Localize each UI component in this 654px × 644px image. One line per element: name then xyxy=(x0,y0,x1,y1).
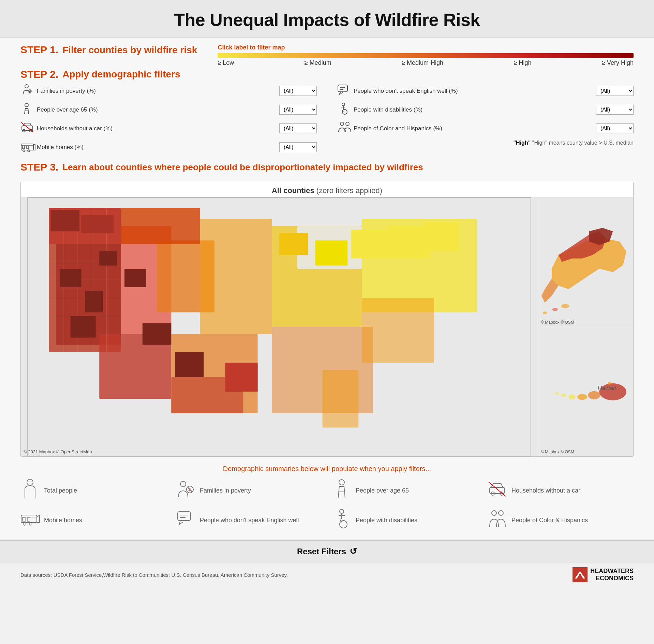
reset-bar: Reset Filters ↺ xyxy=(0,540,654,562)
svg-rect-93 xyxy=(490,487,505,494)
step1-row: STEP 1. Filter counties by wildfire risk… xyxy=(20,44,634,67)
map-hawaii[interactable]: Hawaii © Mapbox © OSM xyxy=(538,327,633,457)
step1-title: Filter counties by wildfire risk xyxy=(62,45,197,56)
demo-disability: People with disabilities xyxy=(332,509,478,532)
demo-car: Households without a car xyxy=(488,479,634,502)
map-inner: © 2021 Mapbox © OpenStreetMap xyxy=(21,197,633,456)
step2-title: Apply demographic filters xyxy=(62,69,180,80)
reset-label: Reset Filters xyxy=(297,547,346,556)
map-subtitle: (zero filters applied) xyxy=(316,186,382,195)
filter-poverty-select[interactable]: (All) High xyxy=(279,86,317,96)
filter-poc-label: People of Color and Hispanics (%) xyxy=(354,125,596,132)
svg-point-91 xyxy=(339,480,344,485)
svg-rect-18 xyxy=(338,85,347,92)
step1-right: Click label to filter map ≥ Low ≥ Medium… xyxy=(218,44,634,67)
svg-rect-12 xyxy=(27,146,29,149)
elder-icon xyxy=(20,102,37,117)
svg-rect-57 xyxy=(124,269,146,287)
map-credit-hawaii: © Mapbox © OSM xyxy=(541,450,574,454)
risk-scale: ≥ Low ≥ Medium ≥ Medium-High ≥ High ≥ Ve… xyxy=(218,53,634,67)
filter-car: Households without a car (%) (All) High xyxy=(20,121,317,136)
demo-car-icon xyxy=(488,481,507,501)
map-side: © Mapbox © OSM xyxy=(538,197,633,456)
svg-text:$: $ xyxy=(188,487,191,492)
footer-logo-line2: ECONOMICS xyxy=(590,575,634,582)
step3-title: Learn about counties where people could … xyxy=(62,162,423,173)
svg-point-82 xyxy=(561,393,566,397)
map-section: All counties (zero filters applied) xyxy=(0,182,654,462)
svg-point-86 xyxy=(27,479,33,485)
filter-disability-label: People with disabilities (%) xyxy=(354,106,596,113)
filter-poc-select[interactable]: (All) High xyxy=(596,123,634,133)
page-wrapper: The Unequal Impacts of Wildfire Risk STE… xyxy=(0,0,654,587)
demo-message: Demographic summaries below will populat… xyxy=(20,465,634,473)
demo-english: People who don't speak English well xyxy=(176,509,322,532)
demo-mobile-home: Mobile homes xyxy=(20,509,166,532)
step3-row: STEP 3. Learn about counties where peopl… xyxy=(20,161,634,173)
svg-rect-32 xyxy=(121,208,200,244)
demo-total-people: Total people xyxy=(20,479,166,502)
svg-point-75 xyxy=(543,311,547,314)
svg-point-79 xyxy=(588,391,600,399)
car-icon xyxy=(20,121,37,136)
filter-mobile-home: Mobile homes (%) (All) High xyxy=(20,140,317,155)
demo-disability-icon xyxy=(332,509,351,532)
demo-elder-icon xyxy=(332,479,351,502)
svg-point-24 xyxy=(346,122,349,126)
steps-area: STEP 1. Filter counties by wildfire risk… xyxy=(0,38,654,182)
filter-car-select[interactable]: (All) High xyxy=(279,123,317,133)
svg-rect-63 xyxy=(351,230,387,258)
speech-icon xyxy=(337,84,354,98)
mobile-home-icon xyxy=(20,140,37,155)
svg-rect-65 xyxy=(423,222,459,251)
svg-line-101 xyxy=(37,515,40,517)
filter-mobile-home-select[interactable]: (All) High xyxy=(279,142,317,152)
svg-rect-56 xyxy=(99,251,117,265)
demo-poc-label: People of Color & Hispanics xyxy=(511,517,588,524)
demo-total-people-label: Total people xyxy=(44,487,77,494)
filter-english-select[interactable]: (All) High xyxy=(596,86,634,96)
risk-level-medium-high[interactable]: ≥ Medium-High xyxy=(402,59,443,67)
filters-right: People who don't speak English well (%) … xyxy=(324,84,634,159)
demographics-summary: Demographic summaries below will populat… xyxy=(0,462,654,539)
filter-disability-select[interactable]: (All) High xyxy=(596,105,634,115)
svg-point-110 xyxy=(340,521,347,528)
reset-button[interactable]: Reset Filters ↺ xyxy=(297,546,357,557)
filter-english: People who don't speak English well (%) … xyxy=(337,84,634,98)
svg-rect-60 xyxy=(225,363,258,392)
filter-elder-select[interactable]: (All) High xyxy=(279,105,317,115)
svg-rect-100 xyxy=(27,518,30,521)
map-main[interactable]: © 2021 Mapbox © OpenStreetMap xyxy=(21,197,538,456)
footer-logo-line1: HEADWATERS xyxy=(590,568,634,575)
demo-poverty-label: Families in poverty xyxy=(200,487,251,494)
map-credit-main: © 2021 Mapbox © OpenStreetMap xyxy=(24,449,92,454)
reset-icon: ↺ xyxy=(350,546,357,557)
demo-english-label: People who don't speak English well xyxy=(200,517,299,524)
footer: Data sources: USDA Forest Service,Wildfi… xyxy=(0,562,654,587)
risk-level-very-high[interactable]: ≥ Very High xyxy=(602,59,634,67)
demo-grid: Total people $ Families in poverty xyxy=(20,479,634,532)
svg-rect-61 xyxy=(279,233,308,255)
svg-rect-67 xyxy=(81,215,114,233)
svg-point-112 xyxy=(499,511,503,515)
map-alaska[interactable]: © Mapbox © OSM xyxy=(538,197,633,327)
svg-rect-106 xyxy=(178,512,191,521)
demo-elder: People over age 65 xyxy=(332,479,478,502)
map-credit-alaska: © Mapbox © OSM xyxy=(541,320,574,325)
svg-point-73 xyxy=(561,304,569,308)
filter-elder: People over age 65 (%) (All) High xyxy=(20,102,317,117)
risk-bar xyxy=(218,53,634,58)
demo-mobile-home-icon xyxy=(20,510,39,530)
svg-rect-58 xyxy=(143,323,171,345)
headwaters-logo-icon xyxy=(573,567,588,582)
person-icon xyxy=(20,479,39,502)
demo-speech-icon xyxy=(176,510,195,531)
risk-level-high[interactable]: ≥ High xyxy=(514,59,532,67)
filters-area: $ Families in poverty (%) (All) High xyxy=(20,84,634,159)
page-title: The Unequal Impacts of Wildfire Risk xyxy=(7,10,647,30)
svg-point-109 xyxy=(340,509,344,513)
risk-level-low[interactable]: ≥ Low xyxy=(218,59,234,67)
svg-rect-10 xyxy=(21,144,33,150)
risk-level-medium[interactable]: ≥ Medium xyxy=(304,59,331,67)
svg-rect-33 xyxy=(200,219,272,334)
